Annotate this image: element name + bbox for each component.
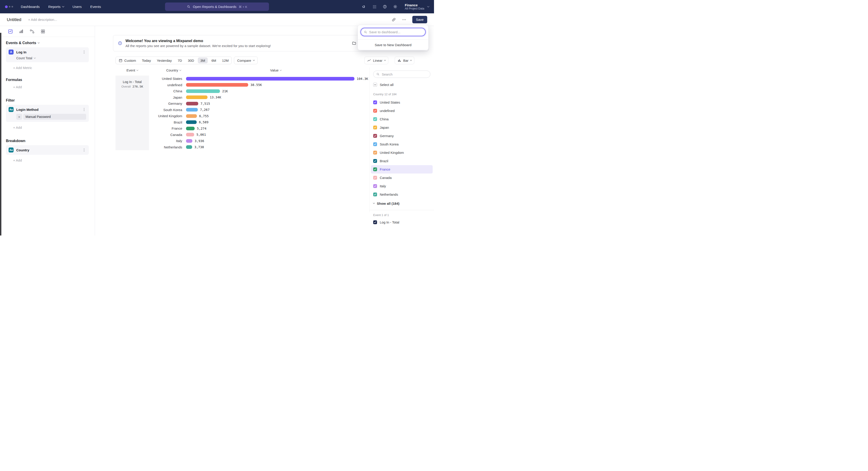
nav-dashboards[interactable]: Dashboards <box>21 5 40 9</box>
save-dashboard-search[interactable] <box>361 28 426 36</box>
apps-grid-icon[interactable] <box>372 4 377 9</box>
settings-gear-icon[interactable] <box>393 4 398 9</box>
report-title[interactable]: Untitled <box>7 17 21 22</box>
country-checkbox[interactable] <box>373 142 377 146</box>
range-12m[interactable]: 12M <box>219 57 231 64</box>
breakdown-property-name[interactable]: Country <box>16 148 29 152</box>
country-checkbox[interactable] <box>373 125 377 129</box>
legend-search[interactable] <box>373 70 430 78</box>
help-icon[interactable] <box>383 4 387 9</box>
legend-country-row[interactable]: Canada <box>371 174 433 182</box>
scale-selector[interactable]: Linear <box>364 57 388 64</box>
select-all-row[interactable]: Select all <box>373 83 430 87</box>
bar[interactable] <box>186 83 248 87</box>
bar[interactable] <box>186 127 195 130</box>
legend-country-row[interactable]: United States <box>371 98 433 107</box>
country-checkbox[interactable] <box>373 168 377 171</box>
bar[interactable] <box>186 77 354 81</box>
bar[interactable] <box>186 145 192 149</box>
tab-retention[interactable] <box>40 29 45 34</box>
range-6m[interactable]: 6M <box>209 57 219 64</box>
metric-kebab-icon[interactable] <box>82 50 86 54</box>
country-checkbox[interactable] <box>373 193 377 196</box>
add-metric-button[interactable]: + Add Metric <box>13 66 89 70</box>
legend-country-row[interactable]: South Korea <box>371 140 433 148</box>
range-7d[interactable]: 7D <box>175 57 185 64</box>
events-cohorts-header[interactable]: Events & Cohorts <box>6 41 89 45</box>
country-checkbox[interactable] <box>373 109 377 113</box>
save-to-new-dashboard-button[interactable]: Save to New Dashboard <box>358 39 428 50</box>
add-breakdown-button[interactable]: + Add <box>13 158 89 162</box>
legend-country-row[interactable]: China <box>371 115 433 123</box>
nav-events[interactable]: Events <box>90 5 101 9</box>
add-filter-button[interactable]: + Add <box>13 125 89 129</box>
global-search-button[interactable]: Open Reports & Dashboards ⌘ + K <box>165 2 269 11</box>
add-formula-button[interactable]: + Add <box>13 85 89 89</box>
bar[interactable] <box>186 139 192 143</box>
copy-link-icon[interactable] <box>392 18 396 22</box>
more-options-icon[interactable] <box>402 18 406 22</box>
nav-users[interactable]: Users <box>72 5 82 9</box>
range-3m[interactable]: 3M <box>198 57 208 63</box>
legend-country-row[interactable]: Brazil <box>371 157 433 165</box>
bar[interactable] <box>186 102 198 106</box>
folder-icon <box>352 41 356 46</box>
legend-country-row[interactable]: undefined <box>371 107 433 115</box>
legend-country-row[interactable]: United Kingdom <box>371 148 433 157</box>
add-description-field[interactable]: + Add description... <box>28 18 57 22</box>
bar[interactable] <box>186 108 198 112</box>
bar[interactable] <box>186 95 208 99</box>
tab-insights[interactable] <box>8 29 13 34</box>
bar[interactable] <box>186 89 220 93</box>
legend-country-row[interactable]: Japan <box>371 123 433 132</box>
legend-country-row[interactable]: Netherlands <box>371 190 433 199</box>
country-checkbox[interactable] <box>373 184 377 188</box>
country-checkbox[interactable] <box>373 100 377 104</box>
bar[interactable] <box>186 120 197 124</box>
country-checkbox[interactable] <box>373 134 377 138</box>
show-all-button[interactable]: Show all (184) <box>373 199 430 208</box>
event-series-cell[interactable]: Log In - Total Overall 276.5K <box>116 76 149 150</box>
column-header-event[interactable]: Event <box>116 68 149 72</box>
filter-card[interactable]: Aa Login Method = Manual Password <box>6 105 89 122</box>
bar[interactable] <box>186 133 194 137</box>
mixpanel-logo[interactable] <box>5 5 13 8</box>
breakdown-card[interactable]: Aa Country <box>6 145 89 155</box>
country-checkbox[interactable] <box>373 151 377 154</box>
tab-flows[interactable] <box>30 29 35 34</box>
country-checkbox[interactable] <box>373 176 377 180</box>
range-30d[interactable]: 30D <box>185 57 197 64</box>
legend-search-input[interactable] <box>382 72 428 76</box>
bar[interactable] <box>186 114 197 118</box>
project-switcher[interactable]: Finance All Project Data <box>405 3 424 10</box>
filter-property-name[interactable]: Login Method <box>16 108 38 112</box>
legend-country-row[interactable]: Germany <box>371 132 433 140</box>
range-today[interactable]: Today <box>139 57 154 64</box>
select-all-checkbox[interactable] <box>373 83 377 87</box>
left-scrollbar[interactable] <box>0 33 1 235</box>
breakdown-kebab-icon[interactable] <box>82 148 86 152</box>
column-header-value[interactable]: Value <box>221 68 330 72</box>
compare-button[interactable]: Compare <box>234 57 258 64</box>
column-header-country[interactable]: Country <box>157 68 190 72</box>
range-custom[interactable]: Custom <box>116 57 139 64</box>
legend-country-row[interactable]: France <box>371 165 433 174</box>
metric-event-name[interactable]: Log In <box>16 50 26 54</box>
chart-type-selector[interactable]: Bar <box>395 57 414 64</box>
nav-reports[interactable]: Reports <box>49 5 64 9</box>
metric-card[interactable]: A Log In Count Total <box>6 47 89 62</box>
announcement-icon[interactable] <box>362 4 366 9</box>
legend-event-row[interactable]: Log In - Total <box>373 218 430 227</box>
tab-funnels[interactable] <box>19 29 24 34</box>
aggregation-selector[interactable]: Count Total <box>16 56 86 60</box>
filter-value-selector[interactable]: Manual Password <box>23 114 86 120</box>
legend-country-row[interactable]: Italy <box>371 182 433 190</box>
save-dashboard-search-input[interactable] <box>369 30 423 34</box>
filter-operator-selector[interactable]: = <box>16 114 22 120</box>
country-checkbox[interactable] <box>373 117 377 121</box>
range-yesterday[interactable]: Yesterday <box>154 57 175 64</box>
country-checkbox[interactable] <box>373 159 377 163</box>
save-button[interactable]: Save <box>412 16 427 23</box>
filter-kebab-icon[interactable] <box>82 108 86 112</box>
event-checkbox[interactable] <box>373 220 377 224</box>
